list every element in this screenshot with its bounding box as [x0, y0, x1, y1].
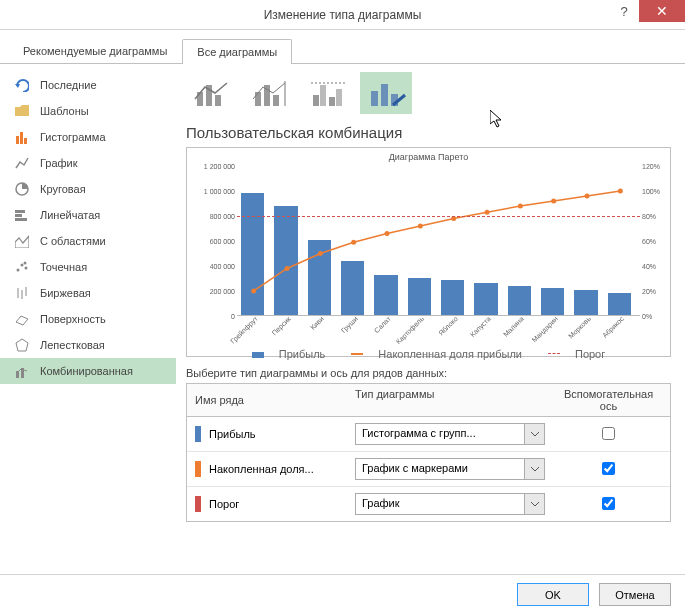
sidebar-item-surface[interactable]: Поверхность [0, 306, 176, 332]
radar-chart-icon [14, 337, 30, 353]
sidebar-item-pie[interactable]: Круговая [0, 176, 176, 202]
svg-point-10 [24, 262, 27, 265]
svg-rect-5 [15, 214, 22, 217]
series-name: Накопленная доля... [209, 463, 314, 475]
sidebar-item-recent[interactable]: Последние [0, 72, 176, 98]
series-row: Прибыль Гистограмма с групп... [187, 417, 670, 452]
line-chart-icon [14, 155, 30, 171]
svg-point-8 [21, 264, 24, 267]
svg-point-34 [385, 231, 390, 236]
tab-recommended[interactable]: Рекомендуемые диаграммы [8, 38, 182, 63]
bar-chart-icon [14, 207, 30, 223]
series-color-chip [195, 426, 201, 442]
chevron-down-icon [524, 424, 544, 444]
series-name: Прибыль [209, 428, 256, 440]
svg-point-40 [585, 194, 590, 199]
sidebar-item-templates[interactable]: Шаблоны [0, 98, 176, 124]
series-color-chip [195, 461, 201, 477]
svg-rect-24 [320, 85, 326, 106]
svg-point-32 [318, 251, 323, 256]
folder-icon [14, 103, 30, 119]
series-row: Порог График [187, 487, 670, 521]
subtype-4-custom[interactable] [360, 72, 412, 114]
sidebar-item-bar[interactable]: Линейчатая [0, 202, 176, 228]
sidebar-item-combo[interactable]: Комбинированная [0, 358, 176, 384]
sidebar-item-scatter[interactable]: Точечная [0, 254, 176, 280]
svg-rect-4 [15, 210, 25, 213]
svg-rect-23 [313, 95, 319, 106]
chart-category-sidebar: Последние Шаблоны Гистограмма График Кру… [0, 64, 176, 574]
svg-rect-26 [336, 89, 342, 106]
series-type-combo[interactable]: График [355, 493, 545, 515]
svg-point-9 [25, 267, 28, 270]
svg-point-38 [518, 204, 523, 209]
svg-point-41 [618, 189, 623, 194]
svg-point-37 [485, 210, 490, 215]
subtype-1[interactable] [186, 72, 238, 114]
svg-rect-21 [273, 95, 279, 106]
svg-point-39 [551, 199, 556, 204]
sidebar-item-column[interactable]: Гистограмма [0, 124, 176, 150]
series-color-chip [195, 496, 201, 512]
svg-point-33 [351, 240, 356, 245]
ok-button[interactable]: OK [517, 583, 589, 606]
close-button[interactable]: ✕ [639, 0, 685, 22]
pie-chart-icon [14, 181, 30, 197]
section-title: Пользовательская комбинация [186, 124, 671, 141]
svg-rect-25 [329, 97, 335, 106]
series-prompt: Выберите тип диаграммы и ось для рядов д… [186, 367, 671, 379]
svg-point-30 [251, 289, 256, 294]
col-header-type: Тип диаграммы [347, 384, 547, 416]
chart-subtype-row [186, 72, 671, 114]
svg-rect-6 [15, 218, 27, 221]
series-type-combo[interactable]: График с маркерами [355, 458, 545, 480]
help-button[interactable]: ? [609, 0, 639, 22]
tab-strip: Рекомендуемые диаграммы Все диаграммы [0, 30, 685, 64]
chart-title: Диаграмма Парето [193, 152, 664, 162]
svg-rect-19 [255, 92, 261, 106]
svg-rect-27 [371, 91, 378, 106]
col-header-name: Имя ряда [187, 384, 347, 416]
secondary-axis-checkbox[interactable] [602, 427, 615, 440]
chevron-down-icon [524, 494, 544, 514]
svg-point-31 [285, 266, 290, 271]
sidebar-item-area[interactable]: С областями [0, 228, 176, 254]
series-row: Накопленная доля... График с маркерами [187, 452, 670, 487]
svg-rect-2 [24, 138, 27, 144]
subtype-2[interactable] [244, 72, 296, 114]
svg-point-7 [17, 269, 20, 272]
series-name: Порог [209, 498, 239, 510]
svg-rect-1 [20, 132, 23, 144]
svg-point-35 [418, 224, 423, 229]
titlebar: Изменение типа диаграммы ? ✕ [0, 0, 685, 30]
chevron-down-icon [524, 459, 544, 479]
svg-rect-18 [215, 95, 221, 106]
area-chart-icon [14, 233, 30, 249]
recent-icon [14, 77, 30, 93]
series-type-combo[interactable]: Гистограмма с групп... [355, 423, 545, 445]
svg-rect-0 [16, 136, 19, 144]
subtype-3[interactable] [302, 72, 354, 114]
chart-preview[interactable]: Диаграмма Парето 0200 000400 000600 0008… [186, 147, 671, 357]
sidebar-item-radar[interactable]: Лепестковая [0, 332, 176, 358]
dialog-footer: OK Отмена [0, 574, 685, 607]
series-table: Имя ряда Тип диаграммы Вспомогательная о… [186, 383, 671, 522]
sidebar-item-line[interactable]: График [0, 150, 176, 176]
tab-all[interactable]: Все диаграммы [182, 39, 292, 64]
secondary-axis-checkbox[interactable] [602, 497, 615, 510]
surface-chart-icon [14, 311, 30, 327]
sidebar-item-stock[interactable]: Биржевая [0, 280, 176, 306]
scatter-chart-icon [14, 259, 30, 275]
window-title: Изменение типа диаграммы [264, 8, 422, 22]
column-chart-icon [14, 129, 30, 145]
svg-rect-28 [381, 84, 388, 106]
secondary-axis-checkbox[interactable] [602, 462, 615, 475]
cancel-button[interactable]: Отмена [599, 583, 671, 606]
col-header-axis: Вспомогательная ось [547, 384, 670, 416]
chart-legend: Прибыль Накопленная доля прибыли Порог [193, 348, 664, 360]
stock-chart-icon [14, 285, 30, 301]
combo-chart-icon [14, 363, 30, 379]
